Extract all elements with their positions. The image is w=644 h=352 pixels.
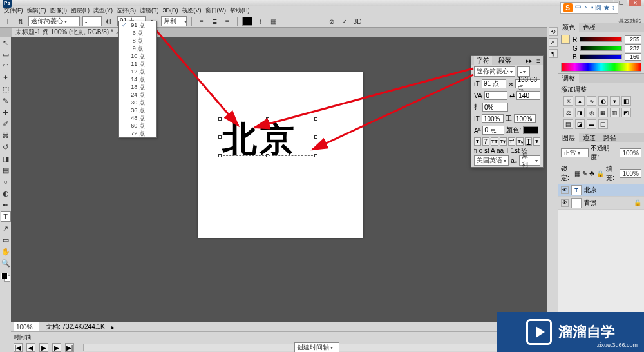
allcaps[interactable]: TT [491,137,498,146]
menu-select[interactable]: 选择(S) [117,6,136,15]
commit-icon[interactable]: ✓ [339,16,350,26]
tab-paths[interactable]: 路径 [600,133,620,142]
underline[interactable]: T [525,137,532,146]
play-icon[interactable]: ▶ [39,343,48,352]
menu-view[interactable]: 视图(V) [182,6,202,15]
stamp-tool-icon[interactable]: ⌘ [1,130,11,141]
menu-window[interactable]: 窗口(W) [205,6,227,15]
faux-bold[interactable]: T [474,137,481,146]
char-panel-icon[interactable]: ▦ [268,16,278,26]
superscript[interactable]: T¹ [508,137,515,146]
handle-ne[interactable] [314,117,317,121]
marquee-tool-icon[interactable]: ▭ [1,49,11,59]
eyedropper-tool-icon[interactable]: ✎ [1,95,11,106]
tab-channels[interactable]: 通道 [579,133,600,142]
3d-icon[interactable]: 3D [352,16,363,26]
adj-levels-icon[interactable]: ▲ [575,96,585,106]
char-lang-combo[interactable]: 美国英语▾ [474,155,509,166]
menu-image[interactable]: 图像(I) [50,6,68,15]
b-value[interactable]: 160 [625,53,641,61]
char-aa-combo[interactable]: 犀利▾ [519,155,540,166]
adj-mixer-icon[interactable]: ▦ [598,108,608,117]
visibility-icon[interactable]: 👁 [561,199,569,207]
adj-grad-icon[interactable]: ▬ [587,119,596,129]
handle-sw[interactable] [218,154,222,157]
collapse-icon[interactable]: ▸▸ [526,57,533,64]
dropdown-item[interactable]: 12 点 [119,68,156,75]
eraser-tool-icon[interactable]: ◨ [1,153,11,164]
prev-frame-icon[interactable]: ◀ [26,343,35,352]
wand-tool-icon[interactable]: ✦ [1,72,11,83]
move-tool-icon[interactable]: ↖ [1,37,11,48]
healing-tool-icon[interactable]: ✚ [1,107,11,117]
dropdown-item[interactable]: 36 点 [119,106,156,114]
menu-layer[interactable]: 图层(L) [71,6,90,15]
char-color-swatch[interactable] [523,126,538,134]
adj-thresh-icon[interactable]: ◪ [575,119,585,129]
close-button[interactable]: ✕ [629,0,641,6]
gradient-tool-icon[interactable]: ▤ [1,165,11,175]
canvas[interactable]: 北京 [198,72,363,238]
font-size-dropdown[interactable]: 91 点 6 点 8 点 9 点 10 点 11 点 12 点 14 点 18 … [118,21,157,138]
dropdown-item[interactable]: 18 点 [119,83,156,91]
menu-type[interactable]: 类型(Y) [93,6,113,15]
adj-hue-icon[interactable]: ◧ [621,96,631,106]
faux-italic[interactable]: T [482,137,489,146]
align-left-icon[interactable]: ≡ [196,16,207,26]
history-brush-icon[interactable]: ↺ [1,142,11,152]
adj-vibrance-icon[interactable]: ▾ [610,96,620,106]
character-panel[interactable]: 字符 段落 ▸▸ ≡ 迷你简菱心▾ -▾ tT 91 点 ⤨ 133.63 点 … [471,55,544,168]
strip-history-icon[interactable]: ⟲ [549,27,558,36]
menu-help[interactable]: 帮助(H) [230,6,250,15]
color-preview[interactable] [561,35,570,44]
g-value[interactable]: 232 [625,44,641,52]
adj-invert-icon[interactable]: ◩ [621,108,631,117]
font-family-combo[interactable]: 迷你简菱心▾ [28,16,80,26]
tab-color[interactable]: 颜色 [558,23,579,32]
path-select-icon[interactable]: ↗ [1,223,11,233]
adj-exposure-icon[interactable]: ◐ [598,96,608,106]
adj-lookup-icon[interactable]: ▥ [610,108,620,117]
handle-se[interactable] [314,154,317,157]
align-right-icon[interactable]: ≡ [222,16,232,26]
layer-row[interactable]: 👁 T 北京 [558,184,644,197]
handle-w[interactable] [218,135,222,139]
handle-n[interactable] [266,117,269,121]
layer-row[interactable]: 👁 背景 🔒 [558,197,644,210]
create-timeline-button[interactable]: 创建时间轴▾ [294,342,339,352]
dropdown-item[interactable]: 72 点 [119,130,156,137]
menu-file[interactable]: 文件(F) [4,6,23,15]
blur-tool-icon[interactable]: ○ [1,177,11,187]
timeline-tab[interactable]: 时间轴 [14,333,556,342]
char-vscale-input[interactable]: 0% [482,103,508,112]
shape-tool-icon[interactable]: ▭ [1,235,11,245]
adj-bal-icon[interactable]: ⚖ [564,108,573,117]
opacity-input[interactable]: 100% [620,148,641,157]
crop-tool-icon[interactable]: ⬚ [1,84,11,94]
layer-name[interactable]: 北京 [584,186,597,195]
dropdown-item[interactable]: 6 点 [119,29,156,37]
handle-nw[interactable] [218,117,222,121]
last-frame-icon[interactable]: ▶| [65,343,74,352]
char-kerning-input[interactable]: 0 [484,91,508,100]
strip-para-icon[interactable]: ¶ [549,49,558,58]
tab-swatches[interactable]: 色板 [579,23,600,32]
r-value[interactable]: 255 [625,35,641,43]
lock-all-icon[interactable]: 🔒 [596,170,604,177]
adj-brightness-icon[interactable]: ☀ [564,96,573,106]
transform-bounds[interactable] [220,119,316,156]
g-slider[interactable] [580,46,622,51]
tab-paragraph[interactable]: 段落 [496,56,514,65]
menu-edit[interactable]: 编辑(E) [27,6,46,15]
smallcaps[interactable]: Tᴛ [500,137,507,146]
lock-pos-icon[interactable]: ✥ [589,170,594,177]
first-frame-icon[interactable]: |◀ [14,343,23,352]
dropdown-item[interactable]: 48 点 [119,114,156,122]
pen-tool-icon[interactable]: ✒ [1,200,11,210]
dropdown-item[interactable]: 14 点 [119,75,156,83]
fg-color[interactable] [1,273,8,279]
orientation-icon[interactable]: ⇅ [15,16,26,26]
tab-character[interactable]: 字符 [474,56,492,65]
char-font-combo[interactable]: 迷你简菱心▾ [474,66,515,77]
text-color-swatch[interactable] [242,17,252,26]
